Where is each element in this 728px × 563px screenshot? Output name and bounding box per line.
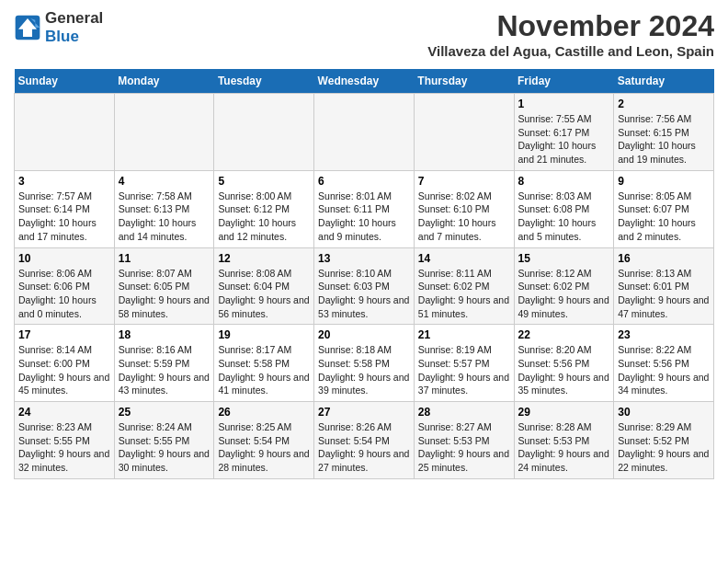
calendar-week-row: 10Sunrise: 8:06 AMSunset: 6:06 PMDayligh… <box>15 247 714 325</box>
day-info: Sunrise: 8:12 AMSunset: 6:02 PMDaylight:… <box>518 267 610 321</box>
calendar-cell <box>414 94 514 171</box>
calendar-cell: 27Sunrise: 8:26 AMSunset: 5:54 PMDayligh… <box>314 402 415 479</box>
calendar-cell: 1Sunrise: 7:55 AMSunset: 6:17 PMDaylight… <box>514 94 614 171</box>
day-info: Sunrise: 8:18 AMSunset: 5:58 PMDaylight:… <box>318 343 410 397</box>
calendar-cell: 12Sunrise: 8:08 AMSunset: 6:04 PMDayligh… <box>214 247 314 325</box>
top-bar: General Blue November 2024 Villaveza del… <box>14 9 714 63</box>
calendar-cell: 7Sunrise: 8:02 AMSunset: 6:10 PMDaylight… <box>414 170 514 247</box>
day-number: 14 <box>418 252 510 265</box>
calendar-cell: 18Sunrise: 8:16 AMSunset: 5:59 PMDayligh… <box>114 325 214 402</box>
calendar-cell: 19Sunrise: 8:17 AMSunset: 5:58 PMDayligh… <box>214 325 314 402</box>
day-number: 17 <box>18 328 110 341</box>
day-of-week-header: Sunday <box>15 69 115 94</box>
day-info: Sunrise: 8:14 AMSunset: 6:00 PMDaylight:… <box>18 343 110 397</box>
day-number: 26 <box>218 406 310 419</box>
day-info: Sunrise: 8:23 AMSunset: 5:55 PMDaylight:… <box>18 420 110 475</box>
calendar-cell: 20Sunrise: 8:18 AMSunset: 5:58 PMDayligh… <box>314 325 415 402</box>
day-info: Sunrise: 7:56 AMSunset: 6:15 PMDaylight:… <box>618 112 710 167</box>
day-number: 1 <box>518 98 610 110</box>
day-of-week-header: Saturday <box>614 69 714 94</box>
calendar-cell: 4Sunrise: 7:58 AMSunset: 6:13 PMDaylight… <box>114 170 214 247</box>
month-title: November 2024 <box>427 9 714 43</box>
calendar-cell: 11Sunrise: 8:07 AMSunset: 6:05 PMDayligh… <box>114 247 214 325</box>
day-info: Sunrise: 8:00 AMSunset: 6:12 PMDaylight:… <box>218 190 310 244</box>
day-number: 30 <box>618 406 710 419</box>
day-of-week-header: Monday <box>114 69 214 94</box>
logo: General Blue <box>14 9 103 46</box>
day-number: 29 <box>518 406 610 419</box>
day-number: 16 <box>618 252 710 265</box>
day-number: 28 <box>418 406 510 419</box>
calendar-cell <box>15 94 115 171</box>
calendar-cell: 8Sunrise: 8:03 AMSunset: 6:08 PMDaylight… <box>514 170 614 247</box>
day-info: Sunrise: 7:57 AMSunset: 6:14 PMDaylight:… <box>18 190 110 244</box>
calendar-cell: 6Sunrise: 8:01 AMSunset: 6:11 PMDaylight… <box>314 170 415 247</box>
calendar-cell: 25Sunrise: 8:24 AMSunset: 5:55 PMDayligh… <box>114 402 214 479</box>
calendar-cell: 5Sunrise: 8:00 AMSunset: 6:12 PMDaylight… <box>214 170 314 247</box>
day-info: Sunrise: 7:58 AMSunset: 6:13 PMDaylight:… <box>119 190 210 244</box>
logo-text: General Blue <box>45 9 103 46</box>
calendar-week-row: 1Sunrise: 7:55 AMSunset: 6:17 PMDaylight… <box>15 94 714 171</box>
calendar-cell: 28Sunrise: 8:27 AMSunset: 5:53 PMDayligh… <box>414 402 514 479</box>
day-number: 11 <box>119 252 210 265</box>
day-info: Sunrise: 7:55 AMSunset: 6:17 PMDaylight:… <box>518 112 610 167</box>
day-number: 21 <box>418 328 510 341</box>
day-number: 9 <box>618 175 710 188</box>
day-info: Sunrise: 8:07 AMSunset: 6:05 PMDaylight:… <box>119 267 210 321</box>
calendar-cell: 29Sunrise: 8:28 AMSunset: 5:53 PMDayligh… <box>514 402 614 479</box>
calendar-cell <box>314 94 415 171</box>
day-number: 13 <box>318 252 410 265</box>
day-number: 22 <box>518 328 610 341</box>
title-section: November 2024 Villaveza del Agua, Castil… <box>427 9 714 59</box>
day-info: Sunrise: 8:05 AMSunset: 6:07 PMDaylight:… <box>618 190 710 244</box>
day-number: 12 <box>218 252 310 265</box>
calendar-cell: 13Sunrise: 8:10 AMSunset: 6:03 PMDayligh… <box>314 247 415 325</box>
day-info: Sunrise: 8:03 AMSunset: 6:08 PMDaylight:… <box>518 190 610 244</box>
logo-icon <box>14 14 41 41</box>
day-info: Sunrise: 8:08 AMSunset: 6:04 PMDaylight:… <box>218 267 310 321</box>
day-info: Sunrise: 8:24 AMSunset: 5:55 PMDaylight:… <box>119 420 210 475</box>
calendar-week-row: 17Sunrise: 8:14 AMSunset: 6:00 PMDayligh… <box>15 325 714 402</box>
calendar-table: SundayMondayTuesdayWednesdayThursdayFrid… <box>14 69 714 479</box>
day-info: Sunrise: 8:22 AMSunset: 5:56 PMDaylight:… <box>618 343 710 397</box>
calendar-cell: 22Sunrise: 8:20 AMSunset: 5:56 PMDayligh… <box>514 325 614 402</box>
calendar-cell <box>214 94 314 171</box>
calendar-week-row: 24Sunrise: 8:23 AMSunset: 5:55 PMDayligh… <box>15 402 714 479</box>
day-of-week-header: Thursday <box>414 69 514 94</box>
day-info: Sunrise: 8:16 AMSunset: 5:59 PMDaylight:… <box>119 343 210 397</box>
day-number: 27 <box>318 406 410 419</box>
day-info: Sunrise: 8:02 AMSunset: 6:10 PMDaylight:… <box>418 190 510 244</box>
day-number: 15 <box>518 252 610 265</box>
day-number: 10 <box>18 252 110 265</box>
calendar-cell: 17Sunrise: 8:14 AMSunset: 6:00 PMDayligh… <box>15 325 115 402</box>
calendar-cell: 23Sunrise: 8:22 AMSunset: 5:56 PMDayligh… <box>614 325 714 402</box>
calendar-cell <box>114 94 214 171</box>
calendar-cell: 24Sunrise: 8:23 AMSunset: 5:55 PMDayligh… <box>15 402 115 479</box>
calendar-cell: 30Sunrise: 8:29 AMSunset: 5:52 PMDayligh… <box>614 402 714 479</box>
day-number: 3 <box>18 175 110 188</box>
day-info: Sunrise: 8:13 AMSunset: 6:01 PMDaylight:… <box>618 267 710 321</box>
calendar-cell: 9Sunrise: 8:05 AMSunset: 6:07 PMDaylight… <box>614 170 714 247</box>
day-number: 2 <box>618 98 710 110</box>
location-title: Villaveza del Agua, Castille and Leon, S… <box>427 43 714 59</box>
calendar-cell: 2Sunrise: 7:56 AMSunset: 6:15 PMDaylight… <box>614 94 714 171</box>
day-info: Sunrise: 8:27 AMSunset: 5:53 PMDaylight:… <box>418 420 510 475</box>
calendar-week-row: 3Sunrise: 7:57 AMSunset: 6:14 PMDaylight… <box>15 170 714 247</box>
day-info: Sunrise: 8:10 AMSunset: 6:03 PMDaylight:… <box>318 267 410 321</box>
day-number: 5 <box>218 175 310 188</box>
day-number: 6 <box>318 175 410 188</box>
day-info: Sunrise: 8:28 AMSunset: 5:53 PMDaylight:… <box>518 420 610 475</box>
day-number: 4 <box>119 175 210 188</box>
day-info: Sunrise: 8:06 AMSunset: 6:06 PMDaylight:… <box>18 267 110 321</box>
day-number: 25 <box>119 406 210 419</box>
day-info: Sunrise: 8:25 AMSunset: 5:54 PMDaylight:… <box>218 420 310 475</box>
day-number: 18 <box>119 328 210 341</box>
day-info: Sunrise: 8:11 AMSunset: 6:02 PMDaylight:… <box>418 267 510 321</box>
calendar-cell: 21Sunrise: 8:19 AMSunset: 5:57 PMDayligh… <box>414 325 514 402</box>
day-number: 20 <box>318 328 410 341</box>
calendar-cell: 3Sunrise: 7:57 AMSunset: 6:14 PMDaylight… <box>15 170 115 247</box>
day-of-week-header: Wednesday <box>314 69 415 94</box>
calendar-cell: 15Sunrise: 8:12 AMSunset: 6:02 PMDayligh… <box>514 247 614 325</box>
day-info: Sunrise: 8:20 AMSunset: 5:56 PMDaylight:… <box>518 343 610 397</box>
day-info: Sunrise: 8:17 AMSunset: 5:58 PMDaylight:… <box>218 343 310 397</box>
